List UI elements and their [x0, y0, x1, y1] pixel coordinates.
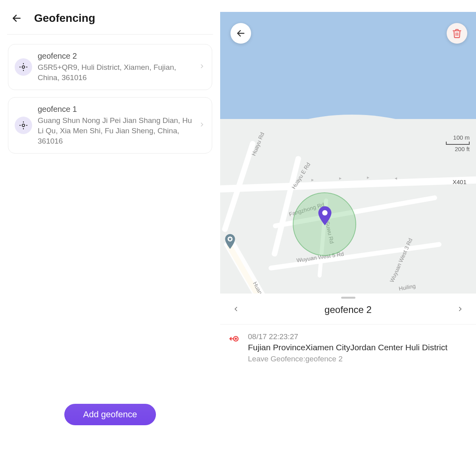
svg-point-15 — [235, 338, 237, 340]
geofence-name: geofence 2 — [38, 52, 195, 61]
event-location: Fujian ProvinceXiamen CityJordan Center … — [248, 343, 447, 352]
map-scale: 100 m 200 ft — [446, 134, 470, 152]
road-badge: X401 — [453, 178, 466, 185]
back-button[interactable] — [10, 12, 23, 25]
map-detail-pane: Huayu Rd Huayu E Rd Fangzhong Rd Suwu Rd… — [220, 0, 476, 476]
location-target-icon — [15, 117, 32, 134]
arrow-left-icon — [236, 29, 246, 38]
header: Geofencing — [7, 12, 213, 35]
geofence-list-pane: Geofencing geofence 2 G5R5+QR9, Huli Dis… — [0, 0, 220, 476]
scale-metric: 100 m — [446, 134, 470, 141]
svg-point-11 — [322, 210, 328, 216]
detail-sheet: geofence 2 08/17 22:23:27 Fujian Provinc… — [220, 294, 476, 371]
chevron-right-icon — [198, 63, 205, 71]
event-timestamp: 08/17 22:23:27 — [248, 332, 447, 341]
geofence-list: geofence 2 G5R5+QR9, Huli District, Xiam… — [7, 35, 213, 161]
geofence-item[interactable]: geofence 2 G5R5+QR9, Huli District, Xiam… — [8, 44, 212, 90]
event-item: 08/17 22:23:27 Fujian ProvinceXiamen Cit… — [220, 324, 476, 371]
geofence-address: Guang Shun Nong Ji Pei Jian Shang Dian, … — [38, 115, 195, 146]
detail-title: geofence 2 — [324, 304, 372, 315]
prev-geofence-button[interactable] — [228, 303, 244, 317]
leave-geofence-icon — [229, 333, 241, 345]
poi-pin-icon — [224, 234, 236, 251]
crosshair-icon — [19, 121, 28, 130]
geofence-item[interactable]: geofence 1 Guang Shun Nong Ji Pei Jian S… — [8, 97, 212, 154]
arrow-left-icon — [12, 13, 22, 23]
scale-imperial: 200 ft — [446, 146, 470, 152]
map-back-button[interactable] — [230, 23, 251, 44]
map[interactable]: Huayu Rd Huayu E Rd Fangzhong Rd Suwu Rd… — [220, 12, 476, 294]
svg-point-1 — [22, 66, 25, 68]
page-title: Geofencing — [34, 12, 95, 25]
location-target-icon — [15, 58, 32, 76]
event-message: Leave Geofence:geofence 2 — [248, 355, 447, 363]
delete-button[interactable] — [447, 23, 467, 44]
geofence-address: G5R5+QR9, Huli District, Xiamen, Fujian,… — [38, 62, 195, 83]
drag-handle[interactable] — [341, 297, 355, 299]
next-geofence-button[interactable] — [452, 303, 468, 317]
add-geofence-button[interactable]: Add geofence — [64, 404, 156, 425]
map-pin-icon — [317, 206, 332, 227]
svg-point-6 — [22, 124, 25, 127]
crosshair-icon — [19, 62, 28, 72]
geofence-name: geofence 1 — [38, 105, 195, 114]
map-canvas: Huayu Rd Huayu E Rd Fangzhong Rd Suwu Rd… — [220, 12, 476, 294]
trash-icon — [452, 28, 462, 38]
chevron-right-icon — [198, 121, 205, 130]
